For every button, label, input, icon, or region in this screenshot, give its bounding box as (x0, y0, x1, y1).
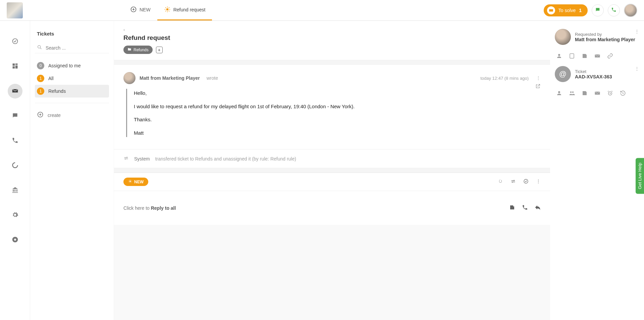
svg-point-12 (558, 54, 560, 56)
badge-count: 1 (37, 87, 44, 95)
svg-rect-4 (15, 63, 17, 65)
ticket-id-label: Ticket (575, 69, 612, 74)
add-tag-button[interactable]: + (156, 47, 163, 53)
ticket-title: Refund request (123, 34, 541, 42)
filter-all[interactable]: 1 All (35, 72, 109, 85)
bank-icon (12, 187, 18, 194)
more-action-icon[interactable]: ⋮ (536, 179, 541, 185)
rail-mail[interactable] (8, 84, 22, 99)
sender-avatar (123, 72, 136, 84)
ticket-menu[interactable]: ⋮ (635, 66, 639, 71)
tab-new[interactable]: NEW (123, 0, 157, 20)
note-icon[interactable] (509, 204, 515, 211)
svg-point-14 (558, 91, 560, 93)
filter-label: Refunds (48, 88, 66, 94)
back-button[interactable]: ‹ (123, 27, 125, 32)
fire-icon[interactable] (498, 179, 503, 185)
phone-icon (12, 137, 18, 145)
wrote-label: wrote (207, 75, 218, 81)
check-action-icon[interactable] (523, 179, 529, 185)
tablet-icon[interactable] (569, 53, 575, 60)
svg-rect-13 (570, 54, 574, 58)
note-icon[interactable] (582, 53, 588, 60)
to-solve-label: To solve (558, 8, 576, 13)
check-circle-icon (12, 38, 18, 46)
message-menu-button[interactable]: ⋮ (536, 75, 541, 81)
rule-link[interactable]: Refund rule (270, 156, 294, 162)
svg-point-10 (129, 181, 131, 182)
create-label: create (48, 113, 61, 118)
rail-phone[interactable] (8, 133, 22, 148)
system-actor: System (134, 156, 150, 162)
filter-refunds[interactable]: 1 Refunds (35, 85, 109, 98)
user-avatar[interactable] (624, 4, 637, 17)
rail-chat[interactable] (8, 109, 22, 123)
phone-reply-icon[interactable] (522, 204, 528, 211)
spinner-icon (12, 162, 18, 170)
person-icon[interactable] (556, 90, 562, 97)
rail-approve[interactable] (8, 34, 22, 49)
person-icon[interactable] (556, 53, 562, 60)
call-button[interactable] (608, 4, 620, 16)
tag-label: Refunds (133, 48, 149, 52)
tag-refunds[interactable]: Refunds (123, 46, 153, 54)
svg-point-8 (38, 46, 41, 48)
mail-icon (12, 87, 18, 95)
svg-rect-5 (15, 65, 17, 68)
group-icon[interactable] (569, 90, 575, 97)
transfer-action-icon[interactable] (511, 179, 516, 185)
requester-menu[interactable]: ⋮ (635, 29, 639, 34)
svg-point-2 (12, 39, 17, 44)
history-icon[interactable] (620, 90, 626, 97)
filter-assigned-to-me[interactable]: 0 Assigned to me (35, 59, 109, 72)
rail-bank[interactable] (8, 183, 22, 198)
requested-by-label: Requested by (575, 32, 635, 37)
message-time: today 12:47 (8 mins ago) (480, 76, 529, 81)
chat-icon (12, 112, 18, 120)
sun-icon (128, 179, 132, 184)
gear-icon (12, 211, 18, 219)
svg-point-11 (524, 179, 528, 183)
reply-prompt: Click here to Reply to all (123, 205, 176, 211)
plus-circle-icon (37, 111, 44, 119)
sender-name: Matt from Marketing Player (140, 75, 200, 81)
rail-loading[interactable] (8, 158, 22, 173)
link-icon[interactable] (607, 53, 613, 60)
reply-area[interactable]: Click here to Reply to all (114, 191, 550, 225)
filter-label: All (48, 76, 54, 81)
transfer-icon (123, 155, 129, 162)
chat-button[interactable] (592, 4, 604, 16)
tab-refund-request[interactable]: Refund request (157, 0, 212, 20)
open-external-icon[interactable] (535, 83, 541, 90)
rail-star[interactable] (8, 233, 22, 247)
tab-label: Refund request (173, 7, 206, 12)
status-badge[interactable]: NEW (123, 178, 148, 186)
alarm-icon[interactable] (607, 90, 613, 97)
svg-rect-6 (12, 66, 15, 68)
badge-count: 1 (37, 75, 44, 82)
tab-label: NEW (140, 7, 151, 12)
svg-point-16 (572, 91, 574, 93)
reply-icon[interactable] (535, 204, 541, 211)
system-text: transfered ticket to Refunds and unassig… (155, 156, 296, 162)
status-label: NEW (134, 180, 144, 184)
sidebar-title: Tickets (35, 31, 109, 37)
message-body: Hello, I would like to request a refund … (126, 89, 541, 137)
mail-icon[interactable] (594, 53, 600, 60)
badge-count: 0 (37, 62, 44, 69)
mail-icon[interactable] (594, 90, 600, 97)
svg-rect-3 (12, 63, 15, 66)
app-logo[interactable] (7, 2, 23, 18)
rail-settings[interactable] (8, 208, 22, 222)
to-solve-button[interactable]: To solve 1 (544, 4, 588, 16)
rail-dashboard[interactable] (8, 59, 22, 74)
chat-icon (595, 7, 600, 13)
search-input[interactable] (46, 45, 107, 51)
folder-icon (127, 47, 131, 52)
filter-label: Assigned to me (48, 63, 81, 68)
create-filter-button[interactable]: create (35, 109, 109, 122)
plus-circle-icon (130, 6, 137, 14)
note-icon[interactable] (582, 90, 588, 97)
get-live-help-button[interactable]: Get Live Help (636, 158, 644, 194)
requester-avatar (555, 29, 571, 45)
